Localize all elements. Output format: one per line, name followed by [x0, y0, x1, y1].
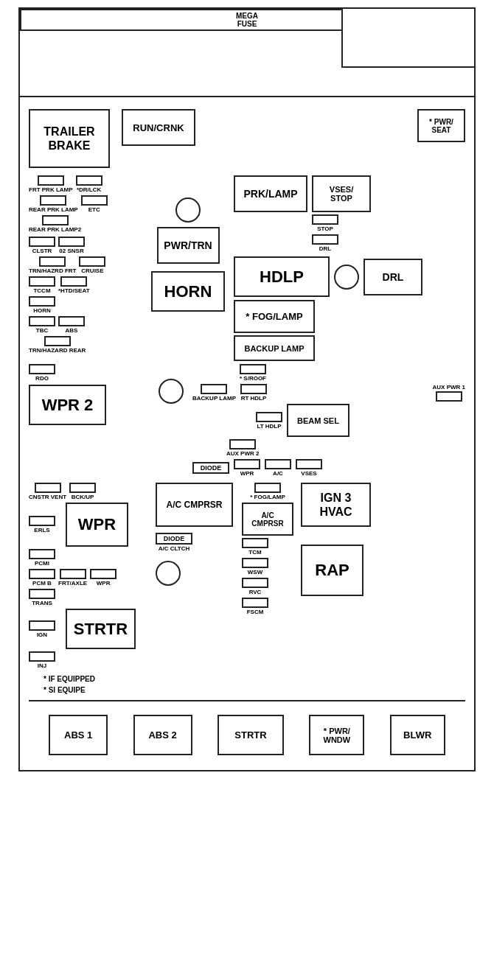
pwr-wndw-box: * PWR/ WNDW [309, 715, 364, 755]
fuse-horn-sm [29, 296, 55, 307]
fuse-wsw [242, 558, 268, 568]
fuse-diagram: MEGA FUSE TRAILER BRAKE RUN/CRNK * PWR/ … [18, 7, 476, 771]
run-crnk-box: RUN/CRNK [122, 109, 195, 146]
left-fuses: FRT PRK LAMP *DR/LCK REAR PRK LAMP ETC [29, 175, 147, 354]
relay-circle-4 [156, 561, 181, 586]
fuse-rear-prk-lamp2 [42, 215, 69, 225]
row-2: FRT PRK LAMP *DR/LCK REAR PRK LAMP ETC [29, 175, 465, 361]
abs2-box: ABS 2 [133, 715, 192, 755]
fuse-tcm [242, 538, 268, 548]
fuse-aux-pwr1 [436, 391, 462, 402]
horn-big-box: HORN [151, 271, 225, 312]
beam-sel-box: BEAM SEL [287, 404, 349, 437]
strtr-big-box: STRTR [66, 609, 136, 649]
fuse-lt-hdlp [256, 412, 282, 422]
ac-cmprsr2-box: A/C CMPRSR [242, 503, 293, 536]
relay-circle-3 [159, 379, 184, 404]
fuse-bck-up [69, 483, 96, 493]
rap-big-box: RAP [301, 545, 363, 596]
bottom-divider [29, 700, 465, 701]
ac-cmprsr-box: A/C CMPRSR [156, 483, 233, 527]
pwr-seat-box: * PWR/ SEAT [417, 109, 465, 142]
abs1-box: ABS 1 [49, 715, 108, 755]
fuse-trn-hazrd-frt [39, 256, 66, 267]
fuse-erls [29, 516, 55, 526]
relay-circle-1 [175, 197, 201, 223]
wpr-big-box: WPR [66, 503, 128, 547]
fuse-clstr [29, 237, 55, 247]
main-section: TRAILER BRAKE RUN/CRNK * PWR/ SEAT FRT P… [20, 97, 474, 770]
vses-stop-box: VSES/ STOP [312, 175, 371, 212]
top-section: MEGA FUSE [20, 9, 474, 97]
hdlp-box: HDLP [234, 256, 330, 297]
note-line1: * IF EQUIPPED [44, 675, 465, 683]
fuse-pcmi [29, 549, 55, 559]
note-line2: * SI EQUIPE [44, 686, 465, 694]
fuse-trans [29, 589, 55, 599]
fog-lamp-box: * FOG/LAMP [234, 300, 315, 333]
fuse-tbc [29, 316, 55, 326]
fuse-abs-sm [58, 316, 85, 326]
fuse-drl-sm [312, 234, 338, 245]
fuse-dr-lck [76, 175, 102, 186]
fuse-ac-sm [265, 459, 291, 469]
relay-circle-2 [334, 265, 359, 290]
fuse-rear-prk-lamp [40, 195, 66, 206]
row-1: TRAILER BRAKE RUN/CRNK * PWR/ SEAT [29, 109, 465, 168]
drl-big-box: DRL [363, 259, 422, 295]
fuse-ign-sm [29, 620, 55, 631]
wpr2-big-box: WPR 2 [29, 385, 106, 425]
fuse-htd-seat [60, 276, 87, 287]
fuse-stop [312, 214, 338, 225]
notch [341, 9, 474, 68]
fuse-trn-hazrd-rear [44, 336, 71, 346]
diode-box-2: DIODE [156, 533, 192, 545]
fuse-inj [29, 651, 55, 662]
fuse-vses-sm [296, 459, 322, 469]
backup-lamp-box: BACKUP LAMP [234, 335, 315, 361]
fuse-fog-lamp2 [254, 483, 281, 493]
trailer-brake-box: TRAILER BRAKE [29, 109, 110, 168]
strtr-bot-box: STRTR [218, 715, 284, 755]
fuse-frt-prk-lamp [38, 175, 64, 186]
fuse-frt-axle [60, 569, 86, 579]
prk-lamp-box: PRK/LAMP [234, 175, 307, 212]
blwr-box: BLWR [390, 715, 445, 755]
fuse-tccm [29, 276, 55, 287]
fuse-pcm-b [29, 569, 55, 579]
row-3: RDO WPR 2 * S/ROOF [29, 364, 465, 477]
fuse-rt-hdlp [240, 384, 267, 394]
fuse-o2-snsr [58, 237, 85, 247]
fuse-aux-pwr2 [229, 439, 256, 449]
row-4: CNSTR VENT BCK/UP ERLS WPR [29, 483, 465, 669]
fuse-rvc [242, 578, 268, 588]
ign3-hvac-box: IGN 3 HVAC [301, 483, 371, 527]
bottom-row: ABS 1 ABS 2 STRTR * PWR/ WNDW BLWR [29, 707, 465, 763]
fuse-s-roof [240, 364, 266, 374]
fuse-fscm [242, 598, 268, 608]
fuse-etc [81, 195, 108, 206]
diode-box-1: DIODE [192, 462, 229, 474]
fuse-rdo [29, 364, 55, 374]
notes-section: * IF EQUIPPED * SI EQUIPE [44, 675, 465, 694]
pwr-trn-box: PWR/TRN [157, 227, 220, 264]
fuse-backup-lamp2 [201, 384, 227, 394]
fuse-cruise [79, 256, 105, 267]
fuse-cnstr-vent [35, 483, 61, 493]
fuse-wpr-sm2 [90, 569, 116, 579]
fuse-wpr-sm [234, 459, 260, 469]
